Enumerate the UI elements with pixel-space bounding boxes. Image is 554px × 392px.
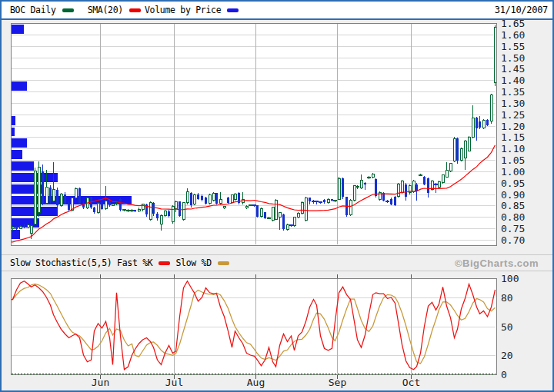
candle-down — [427, 178, 429, 193]
candle-up — [327, 199, 329, 202]
candle-doji — [419, 174, 422, 176]
price-tick-label: 1.20 — [501, 121, 525, 132]
candle-up — [52, 190, 55, 201]
candle-doji — [333, 200, 337, 201]
candle-up — [234, 194, 236, 199]
candle-down — [68, 204, 70, 211]
candle-up — [30, 225, 32, 233]
candle-up — [301, 202, 303, 213]
price-tick-label: 1.40 — [501, 75, 525, 86]
price-tick-label: 1.30 — [501, 98, 525, 109]
stoch-tick-label: 80 — [501, 292, 513, 304]
candle-down — [215, 193, 218, 203]
price-tick-label: 1.55 — [501, 41, 525, 52]
candle-down — [101, 204, 103, 209]
candle-up — [260, 208, 262, 217]
candle-doji — [267, 218, 271, 219]
candle-down — [119, 199, 122, 211]
candle-doji — [249, 204, 252, 206]
month-label: Jul — [165, 377, 183, 388]
candle-up — [175, 201, 177, 208]
stochastic-label: Slow Stochastic(5,5) Fast %K — [10, 257, 152, 268]
candle-down — [476, 118, 478, 128]
candle-down — [56, 190, 58, 206]
vbp-label: Volume by Price — [145, 5, 221, 15]
candle-down — [479, 121, 481, 128]
candle-up — [193, 194, 195, 204]
candle-up — [349, 200, 352, 214]
candle-doji — [122, 209, 126, 211]
candle-up — [353, 186, 355, 200]
candle-down — [394, 197, 396, 205]
candle-down — [264, 212, 266, 218]
vbp-swatch-icon — [227, 8, 239, 12]
candle-up — [453, 138, 456, 161]
volume-by-price-bar — [12, 128, 15, 137]
candle-up — [34, 171, 36, 224]
candle-up — [272, 208, 274, 221]
series-label: BOC Daily — [10, 5, 56, 15]
price-tick-label: 1.45 — [501, 63, 525, 75]
candle-down — [309, 198, 311, 201]
stoch-k-swatch-icon — [159, 261, 170, 265]
candle-up — [338, 178, 340, 199]
candle-up — [460, 148, 462, 160]
volume-by-price-bar — [12, 230, 20, 239]
candle-down — [49, 188, 52, 201]
candle-down — [375, 179, 377, 196]
chart-canvas: 0.700.750.800.850.900.951.001.051.101.15… — [0, 0, 554, 392]
candle-down — [134, 210, 136, 211]
bigcharts-stock-chart-page: { "header": { "series_label": "BOC Daily… — [0, 0, 554, 392]
candle-down — [456, 138, 459, 161]
price-tick-label: 0.90 — [501, 189, 525, 201]
candle-down — [108, 201, 111, 206]
candle-down — [405, 184, 407, 198]
candle-down — [93, 208, 95, 212]
candle-down — [64, 194, 66, 204]
candle-up — [360, 180, 362, 188]
candle-down — [423, 177, 426, 184]
candle-up — [468, 137, 470, 151]
candle-up — [38, 167, 40, 212]
stoch-d-swatch-icon — [218, 261, 229, 265]
series-swatch-icon — [62, 8, 74, 12]
candle-up — [27, 224, 29, 228]
candle-doji — [126, 210, 130, 211]
candle-down — [190, 193, 192, 205]
candle-doji — [289, 224, 293, 226]
candle-down — [152, 203, 155, 214]
candle-down — [201, 196, 203, 200]
candle-up — [438, 182, 440, 188]
candle-down — [364, 183, 366, 184]
candle-up — [286, 225, 289, 230]
main-plot-area — [12, 24, 497, 246]
month-label: Aug — [247, 377, 265, 388]
candle-up — [223, 207, 225, 208]
candle-up — [305, 198, 307, 220]
candle-doji — [252, 204, 256, 206]
candle-down — [156, 214, 159, 218]
volume-by-price-bar — [12, 138, 27, 148]
price-tick-label: 1.10 — [501, 143, 525, 154]
price-tick-label: 1.50 — [501, 52, 525, 64]
stoch-tick-label: 0 — [501, 369, 507, 380]
slow-d-label: Slow %D — [175, 257, 211, 268]
candle-up — [279, 213, 281, 217]
candle-up — [12, 227, 14, 228]
candle-up — [401, 181, 403, 192]
candle-up — [182, 203, 185, 219]
candle-down — [42, 171, 44, 204]
month-label: Jun — [92, 377, 109, 388]
candle-doji — [434, 184, 438, 185]
stoch-tick-label: 20 — [501, 350, 513, 361]
price-tick-label: 0.80 — [501, 211, 525, 223]
candle-up — [293, 218, 295, 226]
candle-doji — [130, 210, 134, 211]
stochastic-legend: Slow Stochastic(5,5) Fast %K Slow %D ©Bi… — [2, 254, 552, 271]
candle-up — [75, 188, 77, 198]
sma-swatch-icon — [129, 8, 141, 12]
candle-up — [464, 141, 466, 158]
candle-doji — [385, 201, 389, 202]
price-tick-label: 1.60 — [501, 29, 525, 41]
candle-down — [282, 214, 285, 230]
